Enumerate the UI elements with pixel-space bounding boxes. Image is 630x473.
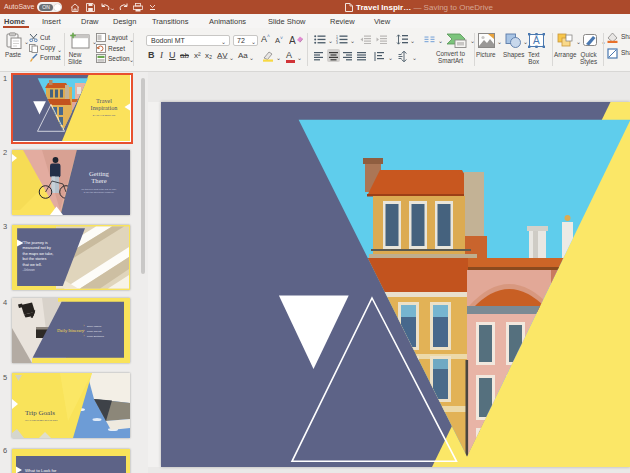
svg-text:Getting: Getting bbox=[89, 169, 109, 176]
svg-text:Some Masera: Some Masera bbox=[87, 326, 102, 328]
svg-text:A: A bbox=[533, 35, 540, 46]
svg-text:Rome and sat: Rome and sat bbox=[87, 331, 102, 333]
svg-text:"The journey is: "The journey is bbox=[23, 241, 48, 245]
svg-text:WHAT WE'VE SET OUT TO DO?: WHAT WE'VE SET OUT TO DO? bbox=[25, 419, 58, 421]
svg-text:Rome Boutiques: Rome Boutiques bbox=[87, 336, 105, 338]
svg-text:›: › bbox=[84, 335, 85, 339]
svg-text:There: There bbox=[91, 177, 106, 184]
svg-text:measured not by: measured not by bbox=[23, 246, 51, 250]
svg-text:BY TRAVIS SERRANO: BY TRAVIS SERRANO bbox=[93, 114, 116, 116]
svg-text:the maps we take,: the maps we take, bbox=[23, 252, 54, 256]
svg-text:What to Look for: What to Look for bbox=[25, 468, 57, 473]
svg-text:Trip Goals: Trip Goals bbox=[25, 409, 55, 417]
svg-text:–Unknown: –Unknown bbox=[23, 268, 36, 272]
svg-text:Inspiration: Inspiration bbox=[91, 104, 118, 111]
svg-text:›: › bbox=[84, 330, 85, 334]
svg-text:that we tell.: that we tell. bbox=[23, 263, 42, 267]
svg-text:but the stories: but the stories bbox=[23, 257, 47, 261]
svg-text:3: 3 bbox=[336, 41, 338, 44]
svg-text:to see the streets like locals: to see the streets like locals do. bbox=[84, 191, 115, 193]
svg-text:Daily Itinerary: Daily Itinerary bbox=[57, 328, 85, 333]
svg-text:›: › bbox=[84, 325, 85, 329]
svg-text:A: A bbox=[289, 35, 296, 45]
